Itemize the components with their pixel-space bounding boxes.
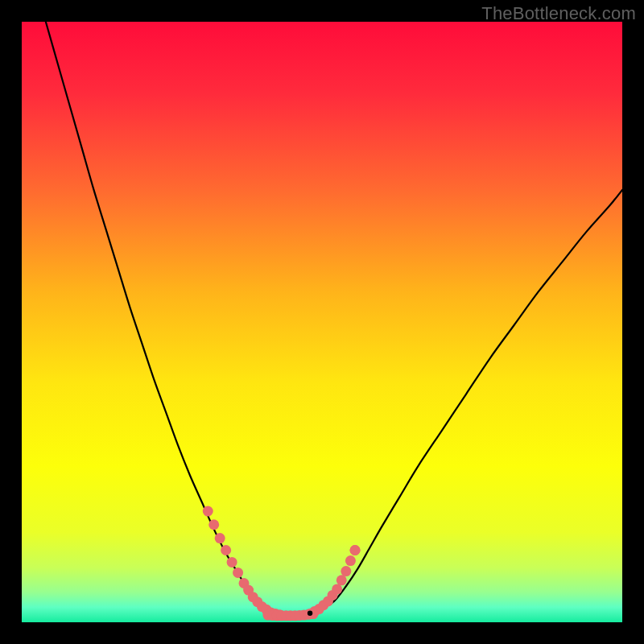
chart-dot bbox=[227, 557, 237, 568]
chart-dot bbox=[350, 545, 361, 555]
chart-svg bbox=[22, 22, 622, 622]
chart-dot bbox=[208, 519, 219, 530]
chart-dot bbox=[341, 566, 351, 576]
chart-dot bbox=[332, 584, 342, 594]
chart-dot bbox=[233, 568, 243, 578]
chart-dot bbox=[215, 533, 225, 543]
chart-marker bbox=[308, 611, 312, 616]
chart-area bbox=[22, 22, 622, 622]
chart-dot bbox=[203, 506, 213, 516]
chart-dot bbox=[345, 555, 356, 566]
watermark-text: TheBottleneck.com bbox=[481, 3, 636, 24]
chart-background bbox=[22, 22, 622, 622]
chart-marker-group bbox=[308, 611, 312, 616]
chart-dot bbox=[336, 575, 347, 585]
chart-dot bbox=[221, 545, 231, 555]
